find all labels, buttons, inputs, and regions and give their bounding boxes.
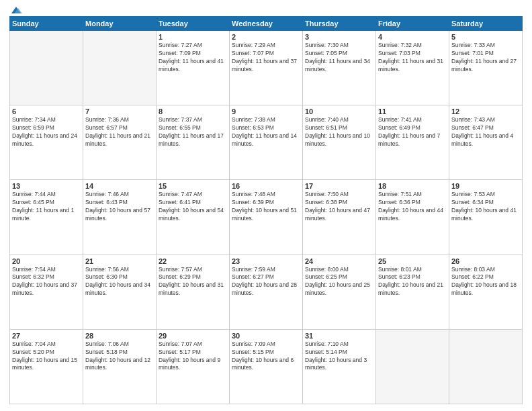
day-info: Sunrise: 7:48 AMSunset: 6:39 PMDaylight:…	[232, 191, 300, 223]
day-info: Sunrise: 7:56 AMSunset: 6:30 PMDaylight:…	[85, 266, 154, 298]
calendar-cell: 10Sunrise: 7:40 AMSunset: 6:51 PMDayligh…	[303, 105, 376, 180]
calendar-day-header: Tuesday	[157, 17, 230, 31]
calendar-cell: 25Sunrise: 8:01 AMSunset: 6:23 PMDayligh…	[376, 255, 449, 329]
day-info: Sunrise: 7:46 AMSunset: 6:43 PMDaylight:…	[85, 191, 154, 223]
day-info: Sunrise: 7:30 AMSunset: 7:05 PMDaylight:…	[305, 42, 373, 74]
day-info: Sunrise: 8:00 AMSunset: 6:25 PMDaylight:…	[305, 266, 373, 298]
calendar-cell	[83, 31, 157, 105]
day-number: 12	[451, 107, 520, 116]
day-number: 20	[12, 257, 81, 265]
day-number: 25	[378, 257, 447, 265]
day-info: Sunrise: 7:33 AMSunset: 7:01 PMDaylight:…	[451, 42, 520, 74]
calendar-day-header: Sunday	[10, 17, 83, 31]
page: SundayMondayTuesdayWednesdayThursdayFrid…	[0, 0, 532, 411]
day-number: 29	[159, 332, 227, 340]
calendar-day-header: Friday	[376, 17, 449, 31]
calendar-cell: 2Sunrise: 7:29 AMSunset: 7:07 PMDaylight…	[230, 31, 303, 105]
calendar-cell: 16Sunrise: 7:48 AMSunset: 6:39 PMDayligh…	[230, 180, 303, 255]
day-number: 18	[378, 182, 447, 190]
day-number: 14	[85, 182, 154, 190]
calendar-cell: 26Sunrise: 8:03 AMSunset: 6:22 PMDayligh…	[449, 255, 523, 329]
calendar-cell: 9Sunrise: 7:38 AMSunset: 6:53 PMDaylight…	[230, 105, 303, 180]
day-number: 15	[159, 182, 227, 190]
day-number: 7	[85, 107, 154, 116]
calendar-cell: 21Sunrise: 7:56 AMSunset: 6:30 PMDayligh…	[83, 255, 157, 329]
calendar-cell: 23Sunrise: 7:59 AMSunset: 6:27 PMDayligh…	[230, 255, 303, 329]
day-number: 4	[378, 33, 447, 41]
day-info: Sunrise: 7:59 AMSunset: 6:27 PMDaylight:…	[232, 266, 300, 298]
day-info: Sunrise: 7:54 AMSunset: 6:32 PMDaylight:…	[12, 266, 81, 298]
day-info: Sunrise: 7:57 AMSunset: 6:29 PMDaylight:…	[159, 266, 227, 298]
day-info: Sunrise: 8:01 AMSunset: 6:23 PMDaylight:…	[378, 266, 447, 298]
day-info: Sunrise: 7:47 AMSunset: 6:41 PMDaylight:…	[159, 191, 227, 223]
day-number: 16	[232, 182, 300, 190]
calendar-cell: 18Sunrise: 7:51 AMSunset: 6:36 PMDayligh…	[376, 180, 449, 255]
day-info: Sunrise: 7:04 AMSunset: 5:20 PMDaylight:…	[12, 340, 81, 373]
calendar-cell: 11Sunrise: 7:41 AMSunset: 6:49 PMDayligh…	[376, 105, 449, 180]
calendar-header-row: SundayMondayTuesdayWednesdayThursdayFrid…	[10, 17, 523, 31]
day-number: 24	[305, 257, 373, 265]
header	[9, 7, 523, 12]
day-number: 26	[451, 257, 520, 265]
calendar-week-row: 13Sunrise: 7:44 AMSunset: 6:45 PMDayligh…	[10, 180, 523, 255]
calendar-day-header: Monday	[83, 17, 157, 31]
calendar-cell: 22Sunrise: 7:57 AMSunset: 6:29 PMDayligh…	[157, 255, 230, 329]
calendar-cell: 12Sunrise: 7:43 AMSunset: 6:47 PMDayligh…	[449, 105, 523, 180]
day-info: Sunrise: 7:37 AMSunset: 6:55 PMDaylight:…	[159, 116, 227, 148]
day-info: Sunrise: 7:43 AMSunset: 6:47 PMDaylight:…	[451, 116, 520, 148]
day-number: 9	[232, 107, 300, 116]
day-info: Sunrise: 7:09 AMSunset: 5:15 PMDaylight:…	[232, 340, 300, 373]
calendar-day-header: Saturday	[449, 17, 523, 31]
calendar-day-header: Thursday	[303, 17, 376, 31]
day-number: 2	[232, 33, 300, 41]
logo	[9, 7, 22, 12]
day-info: Sunrise: 7:10 AMSunset: 5:14 PMDaylight:…	[305, 340, 373, 373]
calendar-cell: 5Sunrise: 7:33 AMSunset: 7:01 PMDaylight…	[449, 31, 523, 105]
day-number: 10	[305, 107, 373, 116]
day-number: 27	[12, 332, 81, 340]
calendar-cell: 24Sunrise: 8:00 AMSunset: 6:25 PMDayligh…	[303, 255, 376, 329]
day-number: 5	[451, 33, 520, 41]
day-info: Sunrise: 8:03 AMSunset: 6:22 PMDaylight:…	[451, 266, 520, 298]
day-info: Sunrise: 7:53 AMSunset: 6:34 PMDaylight:…	[451, 191, 520, 223]
calendar-cell: 1Sunrise: 7:27 AMSunset: 7:09 PMDaylight…	[157, 31, 230, 105]
day-info: Sunrise: 7:29 AMSunset: 7:07 PMDaylight:…	[232, 42, 300, 74]
day-info: Sunrise: 7:32 AMSunset: 7:03 PMDaylight:…	[378, 42, 447, 74]
calendar-cell: 7Sunrise: 7:36 AMSunset: 6:57 PMDaylight…	[83, 105, 157, 180]
calendar-week-row: 1Sunrise: 7:27 AMSunset: 7:09 PMDaylight…	[10, 31, 523, 105]
calendar-week-row: 20Sunrise: 7:54 AMSunset: 6:32 PMDayligh…	[10, 255, 523, 329]
day-info: Sunrise: 7:38 AMSunset: 6:53 PMDaylight:…	[232, 116, 300, 148]
day-number: 11	[378, 107, 447, 116]
calendar-cell	[10, 31, 83, 105]
calendar-week-row: 27Sunrise: 7:04 AMSunset: 5:20 PMDayligh…	[10, 329, 523, 404]
day-number: 30	[232, 332, 300, 340]
logo-icon	[10, 5, 22, 15]
day-number: 31	[305, 332, 373, 340]
calendar-cell	[376, 329, 449, 404]
calendar-cell: 29Sunrise: 7:07 AMSunset: 5:17 PMDayligh…	[157, 329, 230, 404]
calendar-cell: 19Sunrise: 7:53 AMSunset: 6:34 PMDayligh…	[449, 180, 523, 255]
day-number: 22	[159, 257, 227, 265]
day-info: Sunrise: 7:34 AMSunset: 6:59 PMDaylight:…	[12, 116, 81, 148]
day-number: 21	[85, 257, 154, 265]
calendar-cell: 13Sunrise: 7:44 AMSunset: 6:45 PMDayligh…	[10, 180, 83, 255]
day-info: Sunrise: 7:51 AMSunset: 6:36 PMDaylight:…	[378, 191, 447, 223]
calendar-cell: 15Sunrise: 7:47 AMSunset: 6:41 PMDayligh…	[157, 180, 230, 255]
calendar-cell	[449, 329, 523, 404]
day-info: Sunrise: 7:50 AMSunset: 6:38 PMDaylight:…	[305, 191, 373, 223]
day-number: 8	[159, 107, 227, 116]
calendar-cell: 17Sunrise: 7:50 AMSunset: 6:38 PMDayligh…	[303, 180, 376, 255]
day-number: 23	[232, 257, 300, 265]
day-number: 17	[305, 182, 373, 190]
calendar-cell: 3Sunrise: 7:30 AMSunset: 7:05 PMDaylight…	[303, 31, 376, 105]
calendar-cell: 31Sunrise: 7:10 AMSunset: 5:14 PMDayligh…	[303, 329, 376, 404]
day-number: 19	[451, 182, 520, 190]
day-info: Sunrise: 7:40 AMSunset: 6:51 PMDaylight:…	[305, 116, 373, 148]
calendar-week-row: 6Sunrise: 7:34 AMSunset: 6:59 PMDaylight…	[10, 105, 523, 180]
calendar-table: SundayMondayTuesdayWednesdayThursdayFrid…	[9, 16, 523, 404]
day-number: 3	[305, 33, 373, 41]
day-info: Sunrise: 7:07 AMSunset: 5:17 PMDaylight:…	[159, 340, 227, 373]
calendar-cell: 27Sunrise: 7:04 AMSunset: 5:20 PMDayligh…	[10, 329, 83, 404]
calendar-cell: 14Sunrise: 7:46 AMSunset: 6:43 PMDayligh…	[83, 180, 157, 255]
day-info: Sunrise: 7:27 AMSunset: 7:09 PMDaylight:…	[159, 42, 227, 74]
